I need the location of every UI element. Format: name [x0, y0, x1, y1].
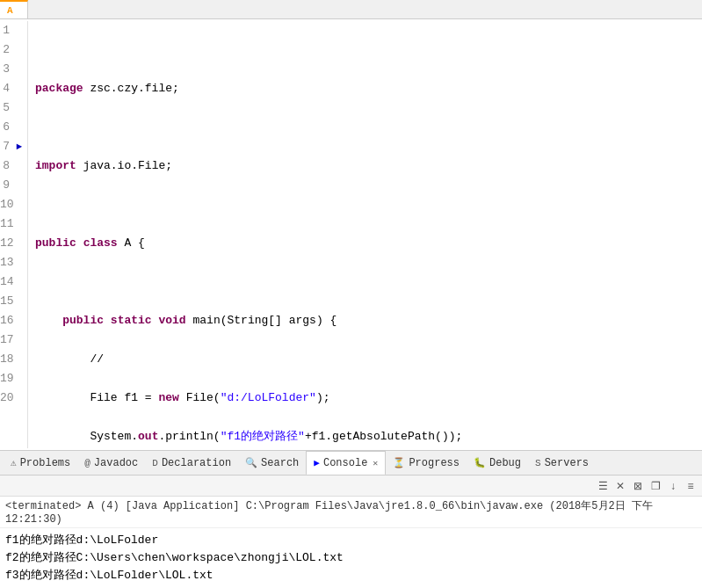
bottom-tab-console[interactable]: ▶Console✕ [306, 451, 386, 475]
bottom-tab-javadoc[interactable]: @Javadoc [77, 451, 145, 475]
console-output: f1的绝对路径d:\LoLFolderf2的绝对路径C:\Users\chen\… [0, 528, 702, 588]
declaration-tab-label: Declaration [162, 457, 231, 469]
console-output-line: f3的绝对路径d:\LoLFolder\LOL.txt [5, 567, 697, 584]
menu-icon[interactable]: ☰ [595, 478, 611, 494]
code-editor: 1234567►891011121314151617181920 package… [0, 19, 702, 450]
progress-tab-label: Progress [409, 457, 460, 469]
editor-tab-ajava[interactable]: A [0, 0, 28, 18]
bottom-tab-bar: ⚠Problems@JavadocDDeclaration🔍Search▶Con… [0, 450, 702, 475]
console-tab-icon: ▶ [314, 457, 320, 468]
console-panel: ☰✕⊠❐↓≡ <terminated> A (4) [Java Applicat… [0, 475, 702, 588]
search-tab-icon: 🔍 [245, 457, 257, 468]
debug-tab-icon: 🐛 [474, 457, 486, 468]
declaration-tab-icon: D [152, 458, 158, 468]
servers-tab-label: Servers [545, 457, 589, 469]
search-tab-label: Search [261, 457, 299, 469]
console-status: <terminated> A (4) [Java Application] C:… [0, 497, 702, 528]
debug-tab-label: Debug [489, 457, 521, 469]
bottom-tab-servers[interactable]: SServers [528, 451, 596, 475]
console-output-line: f2的绝对路径C:\Users\chen\workspace\zhongji\L… [5, 549, 697, 567]
progress-tab-icon: ⏳ [393, 457, 405, 468]
console-tab-close[interactable]: ✕ [373, 458, 378, 468]
java-file-icon: A [7, 5, 13, 16]
clear-console-button[interactable]: ✕ [612, 478, 628, 494]
console-toolbar: ☰✕⊠❐↓≡ [0, 475, 702, 497]
console-output-line: f1的绝对路径d:\LoLFolder [5, 532, 697, 549]
editor-tab-bar: A [0, 0, 702, 19]
problems-tab-icon: ⚠ [11, 457, 17, 468]
terminate-button[interactable]: ⊠ [630, 478, 646, 494]
problems-tab-label: Problems [20, 457, 71, 469]
bottom-tab-progress[interactable]: ⏳Progress [386, 451, 467, 475]
code-text[interactable]: package zsc.czy.file; import java.io.Fil… [28, 21, 702, 448]
bottom-tab-declaration[interactable]: DDeclaration [145, 451, 238, 475]
servers-tab-icon: S [535, 458, 541, 468]
bottom-tab-problems[interactable]: ⚠Problems [4, 451, 77, 475]
options-button[interactable]: ≡ [683, 478, 698, 494]
console-tab-label: Console [323, 457, 367, 469]
scroll-down-button[interactable]: ↓ [665, 478, 681, 494]
bottom-tab-search[interactable]: 🔍Search [238, 451, 306, 475]
javadoc-tab-icon: @ [84, 458, 90, 468]
line-numbers-gutter: 1234567►891011121314151617181920 [0, 21, 28, 448]
copy-button[interactable]: ❐ [648, 478, 663, 494]
javadoc-tab-label: Javadoc [94, 457, 138, 469]
bottom-tab-debug[interactable]: 🐛Debug [467, 451, 528, 475]
